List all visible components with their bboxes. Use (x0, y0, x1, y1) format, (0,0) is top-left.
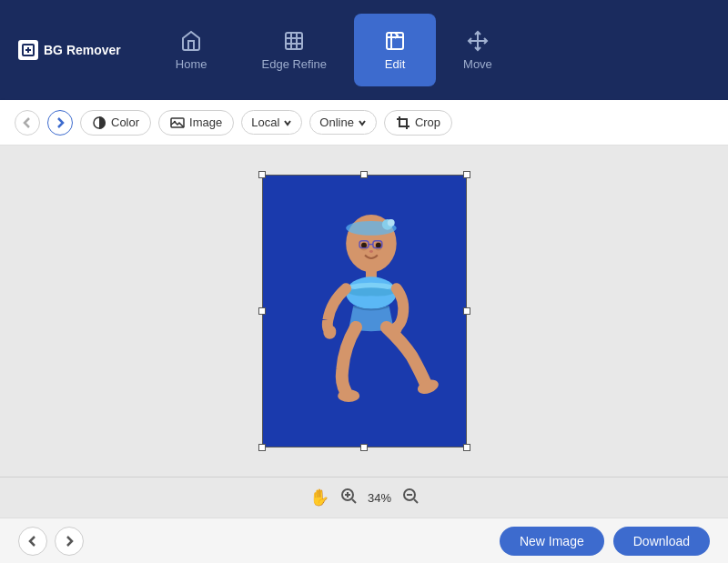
image-button[interactable]: Image (158, 110, 234, 136)
local-dropdown[interactable]: Local (241, 110, 302, 135)
nav-edge-refine[interactable]: Edge Refine (235, 14, 355, 86)
image-container (262, 175, 467, 447)
footer-navigation (18, 527, 84, 556)
zoom-level: 34% (368, 491, 391, 505)
nav-home[interactable]: Home (148, 14, 235, 86)
crop-handle-bl[interactable] (258, 444, 266, 451)
crop-handle-br[interactable] (463, 444, 470, 451)
app-logo: BG Remover (18, 40, 121, 60)
forward-button[interactable] (47, 110, 73, 136)
nav-edit-label: Edit (385, 57, 405, 71)
canvas-area (0, 146, 728, 477)
svg-rect-2 (387, 33, 403, 49)
crop-label: Crop (415, 116, 440, 129)
crop-handle-tm[interactable] (360, 171, 368, 178)
nav-move[interactable]: Move (436, 14, 520, 86)
crop-handle-tl[interactable] (258, 171, 266, 178)
online-label: Online (319, 116, 354, 129)
nav-edge-refine-label: Edge Refine (262, 57, 328, 71)
image-label: Image (189, 116, 222, 129)
app-title: BG Remover (44, 43, 121, 57)
header: BG Remover Home Edge Refine Edit Move (0, 0, 728, 100)
nav-move-label: Move (463, 57, 492, 71)
footer-actions: New Image Download (500, 527, 710, 556)
svg-line-25 (352, 499, 356, 503)
crop-button[interactable]: Crop (384, 110, 452, 136)
svg-point-9 (387, 219, 394, 226)
zoom-out-icon[interactable] (402, 488, 419, 508)
svg-rect-1 (286, 33, 302, 49)
crop-handle-bm[interactable] (360, 444, 368, 451)
nav-edit[interactable]: Edit (354, 14, 436, 86)
footer: New Image Download (0, 518, 728, 563)
svg-point-22 (338, 389, 359, 402)
download-button[interactable]: Download (613, 527, 710, 556)
zoom-in-icon[interactable] (340, 488, 357, 508)
footer-forward-button[interactable] (55, 527, 84, 556)
child-illustration (263, 176, 466, 447)
svg-point-5 (174, 120, 176, 122)
image-box (262, 175, 467, 447)
toolbar: Color Image Local Online Crop (0, 100, 728, 146)
svg-point-20 (323, 327, 336, 339)
zoom-bar: ✋ 34% (0, 477, 728, 518)
svg-line-29 (414, 499, 418, 503)
color-label: Color (111, 116, 139, 129)
hand-tool-icon[interactable]: ✋ (309, 488, 329, 508)
color-button[interactable]: Color (80, 110, 151, 136)
nav-home-label: Home (176, 57, 207, 71)
crop-handle-ml[interactable] (258, 307, 266, 315)
new-image-button[interactable]: New Image (500, 527, 604, 556)
svg-point-14 (369, 250, 372, 253)
back-button[interactable] (15, 110, 40, 136)
crop-handle-tr[interactable] (463, 171, 470, 178)
online-dropdown[interactable]: Online (309, 110, 377, 135)
crop-handle-mr[interactable] (463, 307, 470, 315)
svg-point-12 (361, 243, 367, 248)
local-label: Local (251, 116, 279, 129)
logo-icon (18, 40, 38, 60)
footer-back-button[interactable] (18, 527, 47, 556)
